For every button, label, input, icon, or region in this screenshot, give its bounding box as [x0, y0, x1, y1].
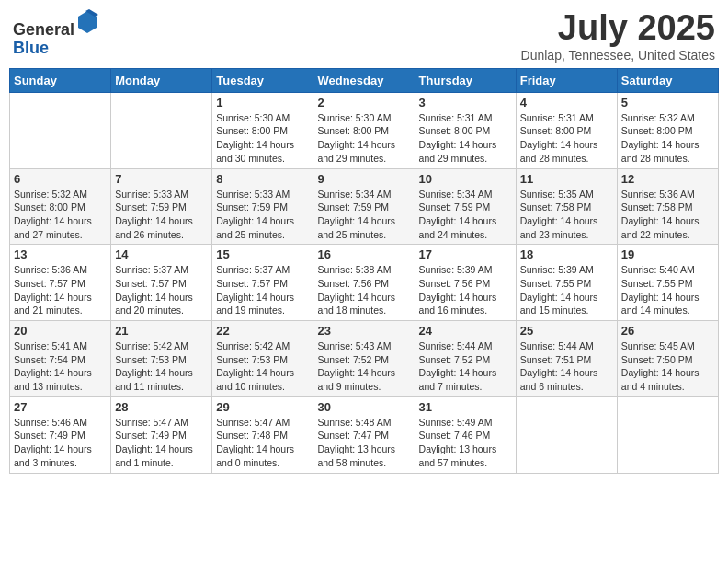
- calendar-week-row: 13Sunrise: 5:36 AMSunset: 7:57 PMDayligh…: [10, 245, 719, 321]
- day-number: 16: [317, 247, 410, 261]
- calendar-cell: [617, 396, 718, 473]
- day-number: 23: [317, 324, 410, 338]
- day-info: Sunrise: 5:38 AMSunset: 7:56 PMDaylight:…: [317, 263, 410, 317]
- day-info: Sunrise: 5:31 AMSunset: 8:00 PMDaylight:…: [419, 111, 512, 166]
- day-info: Sunrise: 5:37 AMSunset: 7:57 PMDaylight:…: [216, 263, 309, 317]
- day-info: Sunrise: 5:46 AMSunset: 7:49 PMDaylight:…: [14, 416, 107, 470]
- day-number: 18: [520, 247, 613, 261]
- calendar-cell: 9Sunrise: 5:34 AMSunset: 7:59 PMDaylight…: [313, 168, 415, 245]
- calendar-cell: 28Sunrise: 5:47 AMSunset: 7:49 PMDayligh…: [111, 396, 212, 473]
- logo-blue: Blue: [13, 39, 49, 57]
- calendar-cell: [516, 396, 617, 473]
- logo: General Blue: [13, 9, 98, 58]
- day-number: 20: [14, 324, 107, 338]
- day-info: Sunrise: 5:36 AMSunset: 7:58 PMDaylight:…: [621, 188, 714, 242]
- day-info: Sunrise: 5:33 AMSunset: 7:59 PMDaylight:…: [115, 188, 208, 242]
- calendar-table: SundayMondayTuesdayWednesdayThursdayFrid…: [9, 68, 719, 474]
- calendar-cell: 4Sunrise: 5:31 AMSunset: 8:00 PMDaylight…: [516, 92, 617, 168]
- day-info: Sunrise: 5:47 AMSunset: 7:49 PMDaylight:…: [115, 416, 208, 470]
- day-number: 7: [115, 172, 208, 186]
- calendar-cell: 31Sunrise: 5:49 AMSunset: 7:46 PMDayligh…: [415, 396, 516, 473]
- calendar-cell: 25Sunrise: 5:44 AMSunset: 7:51 PMDayligh…: [516, 321, 617, 397]
- calendar-cell: 3Sunrise: 5:31 AMSunset: 8:00 PMDaylight…: [415, 92, 516, 168]
- calendar-cell: 20Sunrise: 5:41 AMSunset: 7:54 PMDayligh…: [10, 321, 111, 397]
- day-info: Sunrise: 5:33 AMSunset: 7:59 PMDaylight:…: [216, 188, 309, 242]
- day-info: Sunrise: 5:37 AMSunset: 7:57 PMDaylight:…: [115, 263, 208, 317]
- day-info: Sunrise: 5:34 AMSunset: 7:59 PMDaylight:…: [419, 188, 512, 242]
- calendar-cell: 7Sunrise: 5:33 AMSunset: 7:59 PMDaylight…: [111, 168, 212, 245]
- day-number: 24: [419, 324, 512, 338]
- calendar-cell: 2Sunrise: 5:30 AMSunset: 8:00 PMDaylight…: [313, 92, 415, 168]
- calendar-cell: 8Sunrise: 5:33 AMSunset: 7:59 PMDaylight…: [212, 168, 313, 245]
- day-number: 10: [419, 172, 512, 186]
- month-title: July 2025: [521, 9, 715, 48]
- calendar-cell: [111, 92, 212, 168]
- calendar-cell: 17Sunrise: 5:39 AMSunset: 7:56 PMDayligh…: [415, 245, 516, 321]
- day-info: Sunrise: 5:30 AMSunset: 8:00 PMDaylight:…: [317, 111, 410, 166]
- weekday-header: Tuesday: [212, 68, 313, 92]
- day-number: 1: [216, 96, 309, 109]
- day-number: 25: [520, 324, 613, 338]
- day-info: Sunrise: 5:43 AMSunset: 7:52 PMDaylight:…: [317, 339, 410, 394]
- day-number: 26: [621, 324, 714, 338]
- calendar-cell: 1Sunrise: 5:30 AMSunset: 8:00 PMDaylight…: [212, 92, 313, 168]
- calendar-cell: 21Sunrise: 5:42 AMSunset: 7:53 PMDayligh…: [111, 321, 212, 397]
- day-number: 17: [419, 247, 512, 261]
- calendar-cell: 27Sunrise: 5:46 AMSunset: 7:49 PMDayligh…: [10, 396, 111, 473]
- location: Dunlap, Tennessee, United States: [521, 48, 715, 63]
- calendar-cell: 24Sunrise: 5:44 AMSunset: 7:52 PMDayligh…: [415, 321, 516, 397]
- calendar-cell: 26Sunrise: 5:45 AMSunset: 7:50 PMDayligh…: [617, 321, 718, 397]
- calendar-week-row: 27Sunrise: 5:46 AMSunset: 7:49 PMDayligh…: [10, 396, 719, 473]
- day-number: 21: [115, 324, 208, 338]
- calendar-week-row: 20Sunrise: 5:41 AMSunset: 7:54 PMDayligh…: [10, 321, 719, 397]
- day-number: 13: [14, 247, 107, 261]
- day-info: Sunrise: 5:49 AMSunset: 7:46 PMDaylight:…: [419, 416, 512, 470]
- calendar-cell: 15Sunrise: 5:37 AMSunset: 7:57 PMDayligh…: [212, 245, 313, 321]
- day-number: 4: [520, 96, 613, 109]
- day-info: Sunrise: 5:35 AMSunset: 7:58 PMDaylight:…: [520, 188, 613, 242]
- day-number: 27: [14, 400, 107, 414]
- logo-general: General: [13, 20, 74, 39]
- weekday-header: Sunday: [10, 68, 111, 92]
- day-info: Sunrise: 5:41 AMSunset: 7:54 PMDaylight:…: [14, 339, 107, 394]
- calendar-cell: 5Sunrise: 5:32 AMSunset: 8:00 PMDaylight…: [617, 92, 718, 168]
- calendar-week-row: 6Sunrise: 5:32 AMSunset: 8:00 PMDaylight…: [10, 168, 719, 245]
- day-info: Sunrise: 5:30 AMSunset: 8:00 PMDaylight:…: [216, 111, 309, 166]
- calendar-cell: 10Sunrise: 5:34 AMSunset: 7:59 PMDayligh…: [415, 168, 516, 245]
- weekday-header: Friday: [516, 68, 617, 92]
- day-info: Sunrise: 5:39 AMSunset: 7:56 PMDaylight:…: [419, 263, 512, 317]
- calendar-cell: 29Sunrise: 5:47 AMSunset: 7:48 PMDayligh…: [212, 396, 313, 473]
- day-number: 9: [317, 172, 410, 186]
- weekday-header: Thursday: [415, 68, 516, 92]
- day-info: Sunrise: 5:34 AMSunset: 7:59 PMDaylight:…: [317, 188, 410, 242]
- day-number: 11: [520, 172, 613, 186]
- day-number: 14: [115, 247, 208, 261]
- calendar-cell: 6Sunrise: 5:32 AMSunset: 8:00 PMDaylight…: [10, 168, 111, 245]
- day-number: 8: [216, 172, 309, 186]
- day-number: 28: [115, 400, 208, 414]
- weekday-header-row: SundayMondayTuesdayWednesdayThursdayFrid…: [10, 68, 719, 92]
- calendar-cell: [10, 92, 111, 168]
- day-number: 22: [216, 324, 309, 338]
- day-info: Sunrise: 5:47 AMSunset: 7:48 PMDaylight:…: [216, 416, 309, 470]
- calendar-cell: 14Sunrise: 5:37 AMSunset: 7:57 PMDayligh…: [111, 245, 212, 321]
- calendar-cell: 12Sunrise: 5:36 AMSunset: 7:58 PMDayligh…: [617, 168, 718, 245]
- calendar-cell: 18Sunrise: 5:39 AMSunset: 7:55 PMDayligh…: [516, 245, 617, 321]
- day-number: 2: [317, 96, 410, 109]
- calendar-cell: 22Sunrise: 5:42 AMSunset: 7:53 PMDayligh…: [212, 321, 313, 397]
- day-number: 31: [419, 400, 512, 414]
- day-info: Sunrise: 5:32 AMSunset: 8:00 PMDaylight:…: [621, 111, 714, 166]
- day-info: Sunrise: 5:42 AMSunset: 7:53 PMDaylight:…: [216, 339, 309, 394]
- calendar-cell: 19Sunrise: 5:40 AMSunset: 7:55 PMDayligh…: [617, 245, 718, 321]
- day-info: Sunrise: 5:42 AMSunset: 7:53 PMDaylight:…: [115, 339, 208, 394]
- day-number: 3: [419, 96, 512, 109]
- weekday-header: Wednesday: [313, 68, 415, 92]
- day-info: Sunrise: 5:45 AMSunset: 7:50 PMDaylight:…: [621, 339, 714, 394]
- calendar-cell: 13Sunrise: 5:36 AMSunset: 7:57 PMDayligh…: [10, 245, 111, 321]
- day-info: Sunrise: 5:40 AMSunset: 7:55 PMDaylight:…: [621, 263, 714, 317]
- logo-icon: [76, 9, 98, 35]
- calendar-cell: 23Sunrise: 5:43 AMSunset: 7:52 PMDayligh…: [313, 321, 415, 397]
- calendar-cell: 30Sunrise: 5:48 AMSunset: 7:47 PMDayligh…: [313, 396, 415, 473]
- day-info: Sunrise: 5:44 AMSunset: 7:52 PMDaylight:…: [419, 339, 512, 394]
- calendar-cell: 11Sunrise: 5:35 AMSunset: 7:58 PMDayligh…: [516, 168, 617, 245]
